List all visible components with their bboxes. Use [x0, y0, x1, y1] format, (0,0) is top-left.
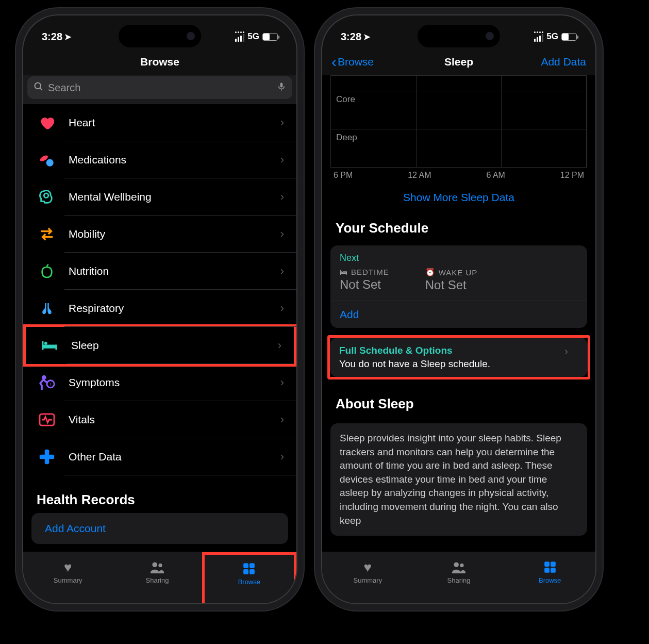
chevron-right-icon: › [280, 190, 284, 204]
tab-sharing[interactable]: Sharing [112, 552, 202, 603]
svg-point-16 [152, 562, 157, 567]
your-schedule-header: Your Schedule [322, 218, 595, 241]
network-label: 5G [247, 31, 259, 42]
category-vitals[interactable]: Vitals › [23, 401, 296, 438]
sleep-scroll[interactable]: Core Deep 6 PM 12 AM 6 AM 12 PM Show Mor… [322, 75, 595, 552]
tab-sharing[interactable]: Sharing [413, 552, 505, 603]
tab-label: Browse [238, 578, 260, 586]
search-input[interactable]: Search [27, 76, 292, 99]
svg-rect-19 [249, 563, 255, 568]
category-mental-wellbeing[interactable]: Mental Wellbeing › [23, 178, 296, 216]
category-label: Mobility [69, 228, 280, 240]
back-button[interactable]: ‹ Browse [331, 53, 374, 71]
chevron-left-icon: ‹ [331, 53, 337, 71]
grid-icon [543, 560, 557, 574]
svg-rect-24 [544, 562, 550, 567]
status-time: 3:28 [42, 31, 62, 43]
chevron-right-icon: › [280, 302, 284, 315]
dynamic-island [418, 25, 500, 47]
arrows-icon [37, 224, 57, 244]
tab-label: Sharing [146, 576, 169, 584]
chevron-right-icon: › [280, 153, 284, 167]
add-data-button[interactable]: Add Data [541, 56, 586, 68]
chevron-right-icon: › [280, 376, 284, 389]
signal-icon [534, 31, 543, 42]
tab-browse[interactable]: Browse [504, 552, 595, 603]
category-nutrition[interactable]: Nutrition › [23, 253, 296, 290]
tab-bar: ♥ Summary Sharing Browse [322, 552, 595, 603]
bedtime-block: 🛏BEDTIME Not Set [340, 268, 389, 292]
dynamic-island [119, 25, 201, 47]
svg-point-17 [158, 564, 162, 567]
category-label: Vitals [69, 414, 280, 426]
mic-icon[interactable] [277, 81, 286, 95]
phone-sleep: 3:28 ➤ 5G ‹ Browse Sleep Add Data Core D… [322, 15, 595, 603]
battery-icon [561, 33, 577, 41]
category-medications[interactable]: Medications › [23, 141, 296, 178]
chevron-right-icon: › [280, 116, 284, 129]
svg-rect-20 [243, 569, 248, 574]
svg-rect-25 [551, 562, 556, 567]
category-mobility[interactable]: Mobility › [23, 216, 296, 253]
heart-icon [37, 112, 57, 133]
tab-label: Summary [354, 576, 382, 584]
category-label: Heart [69, 117, 280, 129]
chart-row-core: Core [331, 91, 587, 129]
svg-point-23 [460, 564, 463, 567]
category-label: Medications [69, 154, 280, 166]
chart-row-deep: Deep [331, 129, 587, 168]
svg-rect-27 [551, 568, 556, 573]
category-sleep[interactable]: Sleep › [26, 327, 294, 364]
svg-point-10 [42, 375, 46, 380]
apple-icon [37, 261, 57, 282]
phone-browse: 3:28 ➤ 5G Browse Search [23, 15, 296, 603]
plus-icon [37, 447, 57, 467]
person-alert-icon: ! [37, 372, 57, 393]
bed-icon [39, 335, 60, 356]
health-records-header: Health Records [23, 475, 296, 513]
tab-label: Summary [54, 576, 82, 584]
bedtime-value: Not Set [340, 277, 389, 292]
tab-summary[interactable]: ♥ Summary [322, 552, 413, 603]
svg-point-5 [44, 193, 48, 198]
tab-summary[interactable]: ♥ Summary [23, 552, 112, 603]
heart-fill-icon: ♥ [64, 560, 72, 574]
search-placeholder: Search [48, 82, 80, 94]
svg-rect-6 [42, 345, 57, 349]
show-more-sleep-link[interactable]: Show More Sleep Data [322, 180, 595, 218]
nav-header: ‹ Browse Sleep Add Data [322, 48, 595, 75]
chevron-right-icon: › [564, 345, 568, 358]
network-label: 5G [546, 31, 558, 42]
category-other-data[interactable]: Other Data › [23, 438, 296, 475]
brain-icon [37, 187, 57, 207]
nav-header: Browse [23, 48, 296, 75]
category-respiratory[interactable]: Respiratory › [23, 290, 296, 327]
back-label: Browse [338, 56, 374, 68]
category-symptoms[interactable]: ! Symptoms › [23, 364, 296, 401]
chart-time-axis: 6 PM 12 AM 6 AM 12 PM [330, 171, 587, 180]
tab-label: Sharing [447, 576, 471, 584]
alarm-small-icon: ⏰ [425, 268, 436, 277]
svg-line-1 [40, 88, 42, 90]
chevron-right-icon: › [280, 413, 284, 426]
full-schedule-button[interactable]: Full Schedule & Options You do not have … [330, 338, 588, 377]
browse-list[interactable]: Heart › Medications › Mental Wellbeing ›… [23, 104, 296, 552]
tab-browse[interactable]: Browse [202, 552, 296, 603]
battery-icon [262, 33, 278, 41]
category-label: Sleep [71, 339, 278, 352]
grid-icon [242, 562, 256, 576]
wakeup-block: ⏰WAKE UP Not Set [425, 268, 478, 292]
add-schedule-link[interactable]: Add [340, 308, 578, 321]
signal-icon [235, 31, 244, 42]
svg-rect-8 [56, 345, 57, 350]
svg-point-4 [46, 159, 54, 167]
svg-rect-26 [544, 568, 550, 573]
location-icon: ➤ [363, 32, 370, 42]
category-label: Mental Wellbeing [69, 191, 280, 203]
chart-row-rem [331, 76, 587, 91]
category-heart[interactable]: Heart › [23, 104, 296, 141]
full-schedule-subtitle: You do not have a Sleep schedule. [339, 358, 578, 370]
next-label: Next [340, 253, 578, 263]
add-account-link[interactable]: Add Account [31, 513, 288, 544]
svg-point-9 [44, 342, 47, 345]
